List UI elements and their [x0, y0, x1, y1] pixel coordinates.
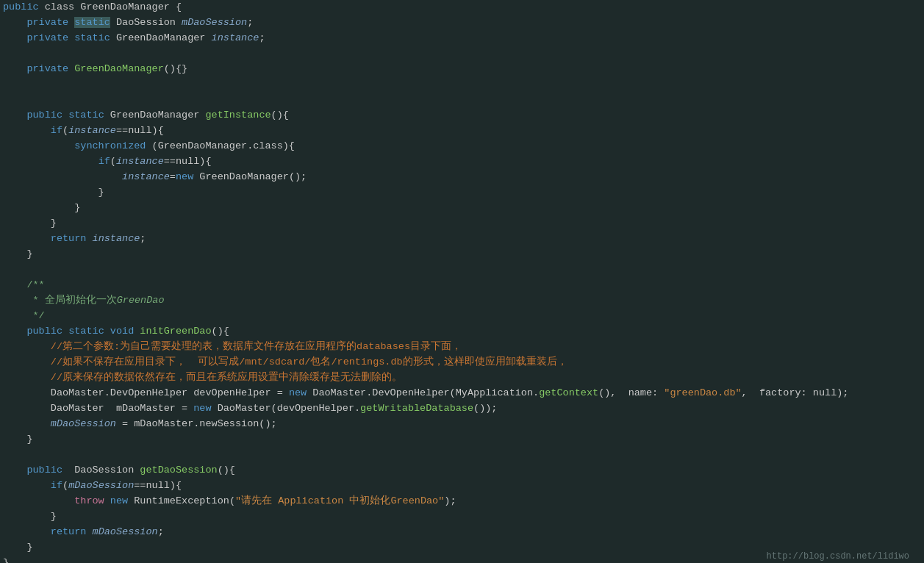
- line-content: }: [0, 432, 924, 448]
- code-line: * 全局初始化一次GreenDao: [0, 293, 924, 309]
- line-content: public static void initGreenDao(){: [0, 324, 924, 340]
- line-content: [0, 93, 924, 108]
- line-content: [0, 77, 924, 93]
- code-line: [0, 448, 924, 463]
- code-line: private static GreenDaoManager instance;: [0, 31, 924, 46]
- code-line: public static void initGreenDao(){: [0, 324, 924, 340]
- code-line: instance=new GreenDaoManager();: [0, 170, 924, 185]
- line-content: [0, 46, 924, 62]
- code-editor: public class GreenDaoManager { private s…: [0, 0, 924, 563]
- line-content: //第二个参数:为自己需要处理的表，数据库文件存放在应用程序的databases…: [0, 340, 924, 355]
- line-content: public DaoSession getDaoSession(){: [0, 463, 924, 478]
- line-content: /**: [0, 278, 924, 293]
- code-line: synchronized (GreenDaoManager.class){: [0, 139, 924, 154]
- line-content: * 全局初始化一次GreenDao: [0, 293, 924, 309]
- code-line: private static DaoSession mDaoSession;: [0, 15, 924, 31]
- code-line: }: [0, 185, 924, 201]
- line-content: if(mDaoSession==null){: [0, 478, 924, 494]
- code-line: public class GreenDaoManager {: [0, 0, 924, 15]
- line-content: return mDaoSession;: [0, 525, 924, 540]
- line-content: }: [0, 509, 924, 525]
- code-line: if(instance==null){: [0, 154, 924, 170]
- code-line: [0, 93, 924, 108]
- code-line: }: [0, 216, 924, 232]
- code-line: [0, 77, 924, 93]
- line-content: public class GreenDaoManager {: [0, 0, 924, 15]
- code-line: //第二个参数:为自己需要处理的表，数据库文件存放在应用程序的databases…: [0, 340, 924, 355]
- code-line: mDaoSession = mDaoMaster.newSession();: [0, 417, 924, 432]
- code-line: throw new RuntimeException("请先在 Applicat…: [0, 494, 924, 509]
- code-line: public DaoSession getDaoSession(){: [0, 463, 924, 478]
- line-content: synchronized (GreenDaoManager.class){: [0, 139, 924, 154]
- code-line: private GreenDaoManager(){}: [0, 62, 924, 77]
- code-line: public static GreenDaoManager getInstanc…: [0, 108, 924, 123]
- code-line: */: [0, 309, 924, 324]
- code-line: /**: [0, 278, 924, 293]
- line-content: }: [0, 185, 924, 201]
- code-line: if(instance==null){: [0, 123, 924, 139]
- line-content: private GreenDaoManager(){}: [0, 62, 924, 77]
- watermark: http://blog.csdn.net/lidiwo: [767, 550, 909, 563]
- code-line: }: [0, 247, 924, 262]
- code-lines: public class GreenDaoManager { private s…: [0, 0, 924, 563]
- line-content: DaoMaster.DevOpenHelper devOpenHelper = …: [0, 386, 924, 401]
- code-line: DaoMaster.DevOpenHelper devOpenHelper = …: [0, 386, 924, 401]
- line-content: //原来保存的数据依然存在，而且在系统应用设置中清除缓存是无法删除的。: [0, 370, 924, 386]
- line-content: if(instance==null){: [0, 154, 924, 170]
- line-content: }: [0, 216, 924, 232]
- code-line: }: [0, 432, 924, 448]
- line-content: private static DaoSession mDaoSession;: [0, 15, 924, 31]
- line-content: throw new RuntimeException("请先在 Applicat…: [0, 494, 924, 509]
- code-line: [0, 262, 924, 278]
- line-content: instance=new GreenDaoManager();: [0, 170, 924, 185]
- code-line: //原来保存的数据依然存在，而且在系统应用设置中清除缓存是无法删除的。: [0, 370, 924, 386]
- line-content: return instance;: [0, 232, 924, 247]
- code-line: return instance;: [0, 232, 924, 247]
- code-line: //如果不保存在应用目录下， 可以写成/mnt/sdcard/包名/rentin…: [0, 355, 924, 370]
- code-line: }: [0, 509, 924, 525]
- line-content: [0, 262, 924, 278]
- code-line: DaoMaster mDaoMaster = new DaoMaster(dev…: [0, 401, 924, 417]
- line-content: if(instance==null){: [0, 123, 924, 139]
- code-line: if(mDaoSession==null){: [0, 478, 924, 494]
- line-content: mDaoSession = mDaoMaster.newSession();: [0, 417, 924, 432]
- line-content: }: [0, 201, 924, 216]
- code-line: [0, 46, 924, 62]
- line-content: */: [0, 309, 924, 324]
- line-content: DaoMaster mDaoMaster = new DaoMaster(dev…: [0, 401, 924, 417]
- line-content: private static GreenDaoManager instance;: [0, 31, 924, 46]
- line-content: }: [0, 247, 924, 262]
- code-line: }: [0, 201, 924, 216]
- line-content: [0, 448, 924, 463]
- line-content: //如果不保存在应用目录下， 可以写成/mnt/sdcard/包名/rentin…: [0, 355, 924, 370]
- line-content: public static GreenDaoManager getInstanc…: [0, 108, 924, 123]
- code-line: return mDaoSession;: [0, 525, 924, 540]
